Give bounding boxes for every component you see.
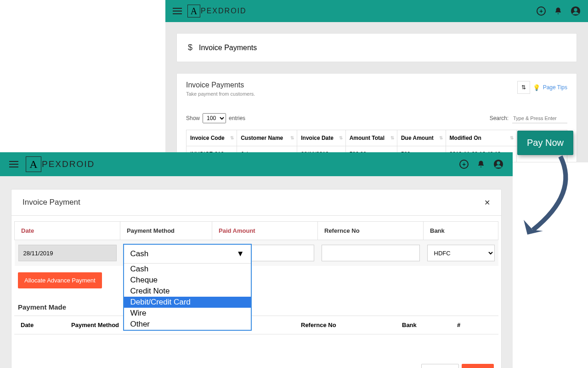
col-invoice-code[interactable]: Invoice Code⇅ xyxy=(187,130,237,146)
show-label: Show xyxy=(186,115,200,121)
bell-icon[interactable] xyxy=(554,7,562,15)
header-reference: Refernce No xyxy=(318,222,424,240)
col-due-amount[interactable]: Due Amount⇅ xyxy=(397,130,446,146)
top-header-back: A PEXDROID + xyxy=(165,0,588,22)
bank-select[interactable]: HDFC xyxy=(427,245,495,261)
option-cheque[interactable]: Cheque xyxy=(124,275,251,286)
add-icon[interactable]: + xyxy=(537,6,546,16)
cancel-button[interactable]: CANCEL xyxy=(421,364,459,368)
allocate-advance-button[interactable]: Allocate Advance Payment xyxy=(18,272,102,288)
brand-logo: A PEXDROID xyxy=(26,156,95,172)
dollar-icon: $ xyxy=(188,43,192,52)
page-title-card: $ Invoice Payments xyxy=(176,33,577,62)
option-wire[interactable]: Wire xyxy=(124,308,251,319)
search-label: Search: xyxy=(490,115,509,121)
payment-form-table: Date Payment Method Paid Amount Refernce… xyxy=(14,221,498,266)
menu-toggle-icon[interactable] xyxy=(9,161,18,167)
dropdown-selected[interactable]: Cash▼ xyxy=(124,245,251,264)
col-modified-on[interactable]: Modified On⇅ xyxy=(446,130,516,146)
modal-title: Invoice Payment xyxy=(23,198,80,207)
payment-method-dropdown: Cash▼ Cash Cheque Credit Note Debit/Cred… xyxy=(123,244,252,331)
entries-label: entries xyxy=(229,115,245,121)
made-col-hash: # xyxy=(451,316,498,334)
made-col-reference: Refernce No xyxy=(294,316,396,334)
section-subtitle: Take payment from customers. xyxy=(186,91,255,97)
option-other[interactable]: Other xyxy=(124,319,251,330)
header-bank: Bank xyxy=(424,222,498,240)
col-customer-name[interactable]: Customer Name⇅ xyxy=(237,130,297,146)
bell-icon[interactable] xyxy=(477,160,485,168)
made-col-date: Date xyxy=(14,316,65,334)
menu-toggle-icon[interactable] xyxy=(173,8,182,14)
add-icon[interactable]: + xyxy=(459,160,469,169)
page-title: Invoice Payments xyxy=(199,44,257,52)
header-date: Date xyxy=(15,222,120,240)
user-icon[interactable] xyxy=(493,159,503,169)
brand-logo: A PEXDROID xyxy=(187,5,247,17)
option-debit-credit[interactable]: Debit/Credit Card xyxy=(124,297,251,308)
made-col-bank: Bank xyxy=(396,316,451,334)
svg-point-1 xyxy=(574,8,577,12)
lightbulb-icon: 💡 xyxy=(533,84,540,91)
user-icon[interactable] xyxy=(571,6,581,16)
header-payment-method: Payment Method xyxy=(120,222,212,240)
date-field[interactable] xyxy=(18,245,117,261)
reference-field[interactable] xyxy=(322,245,420,261)
invoice-payment-modal: Invoice Payment ✕ Date Payment Method Pa… xyxy=(11,189,502,368)
close-icon[interactable]: ✕ xyxy=(484,198,490,207)
header-paid-amount: Paid Amount xyxy=(212,222,318,240)
option-cash[interactable]: Cash xyxy=(124,264,251,275)
page-tips-link[interactable]: Page Tips xyxy=(543,84,567,91)
svg-point-3 xyxy=(497,161,500,165)
top-header-front: A PEXDROID + xyxy=(0,152,513,176)
search-input[interactable] xyxy=(512,114,567,123)
filter-button[interactable]: ⇅ xyxy=(517,81,530,94)
payment-made-table: Date Payment Method Paid Amount Refernce… xyxy=(14,316,498,334)
arrow-annotation xyxy=(505,152,583,244)
payment-made-title: Payment Made xyxy=(18,303,498,311)
save-button[interactable]: SAVE xyxy=(462,364,494,368)
entries-select[interactable]: 100 xyxy=(203,113,226,123)
option-credit-note[interactable]: Credit Note xyxy=(124,286,251,297)
col-amount-total[interactable]: Amount Total⇅ xyxy=(345,130,397,146)
section-title: Invoice Payments xyxy=(186,81,255,89)
col-invoice-date[interactable]: Invoice Date⇅ xyxy=(297,130,345,146)
